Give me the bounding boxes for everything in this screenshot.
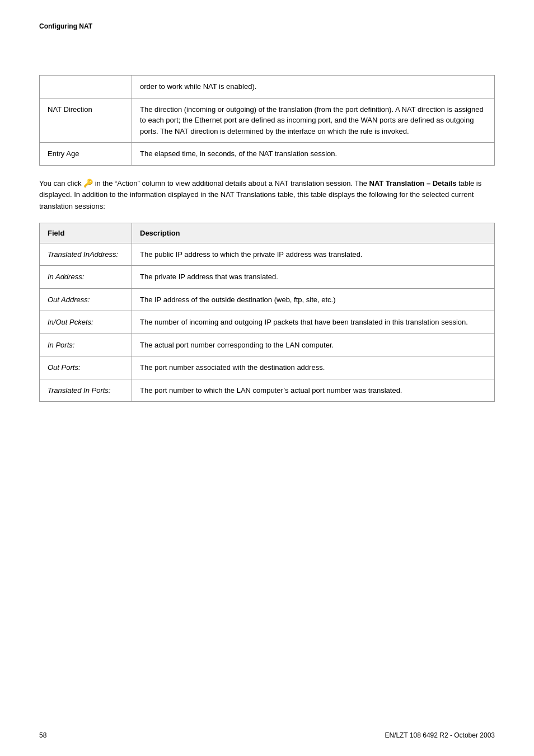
header-title: Configuring NAT	[39, 22, 92, 30]
detail-row6-desc: The port number associated with the dest…	[132, 356, 495, 379]
lock-icon: 🔑	[83, 179, 93, 187]
detail-row4-field: In/Out Pckets:	[40, 311, 132, 334]
detail-row1-field: Translated InAddress:	[40, 243, 132, 266]
table-row: Translated InAddress: The public IP addr…	[40, 243, 495, 266]
table-row: In Ports: The actual port number corresp…	[40, 334, 495, 356]
top-row2-field: NAT Direction	[40, 98, 132, 143]
table-row: Translated In Ports: The port number to …	[40, 379, 495, 402]
detail-row2-field: In Address:	[40, 266, 132, 289]
detail-row1-desc: The public IP address to which the priva…	[132, 243, 495, 266]
table-row: order to work while NAT is enabled).	[40, 76, 495, 98]
page-footer: 58 EN/LZT 108 6492 R2 - October 2003	[39, 731, 495, 739]
detail-row3-desc: The IP address of the outside destinatio…	[132, 288, 495, 311]
detail-row2-desc: The private IP address that was translat…	[132, 266, 495, 289]
table-row: Entry Age The elapsed time, in seconds, …	[40, 143, 495, 166]
table-row: In Address: The private IP address that …	[40, 266, 495, 289]
intro-part2: in the “Action” column to view additiona…	[93, 179, 369, 187]
detail-row6-field: Out Ports:	[40, 356, 132, 379]
table-row: NAT Direction The direction (incoming or…	[40, 98, 495, 143]
table-row: Out Ports: The port number associated wi…	[40, 356, 495, 379]
table-row: In/Out Pckets: The number of incoming an…	[40, 311, 495, 334]
table-row: Out Address: The IP address of the outsi…	[40, 288, 495, 311]
top-row1-field	[40, 76, 132, 98]
details-table: Field Description Translated InAddress: …	[39, 223, 495, 402]
detail-row7-desc: The port number to which the LAN compute…	[132, 379, 495, 402]
top-row3-desc: The elapsed time, in seconds, of the NAT…	[132, 143, 495, 166]
doc-id: EN/LZT 108 6492 R2 - October 2003	[385, 731, 495, 739]
top-row1-desc: order to work while NAT is enabled).	[132, 76, 495, 98]
detail-row4-desc: The number of incoming and outgoing IP p…	[132, 311, 495, 334]
detail-row7-field: Translated In Ports:	[40, 379, 132, 402]
col-header-field: Field	[40, 223, 132, 243]
intro-part1: You can click	[39, 179, 83, 187]
top-table-wrapper: order to work while NAT is enabled). NAT…	[39, 75, 495, 166]
col-header-description: Description	[132, 223, 495, 243]
detail-row5-field: In Ports:	[40, 334, 132, 356]
top-row3-field: Entry Age	[40, 143, 132, 166]
table-header-row: Field Description	[40, 223, 495, 243]
detail-row5-desc: The actual port number corresponding to …	[132, 334, 495, 356]
detail-row3-field: Out Address:	[40, 288, 132, 311]
page-number: 58	[39, 731, 46, 739]
page-header: Configuring NAT	[39, 22, 495, 30]
top-table: order to work while NAT is enabled). NAT…	[39, 75, 495, 166]
intro-paragraph: You can click 🔑 in the “Action” column t…	[39, 177, 495, 213]
page: Configuring NAT order to work while NAT …	[0, 0, 534, 756]
top-row2-desc: The direction (incoming or outgoing) of …	[132, 98, 495, 143]
intro-bold: NAT Translation – Details	[369, 179, 457, 187]
details-table-wrapper: Field Description Translated InAddress: …	[39, 223, 495, 402]
